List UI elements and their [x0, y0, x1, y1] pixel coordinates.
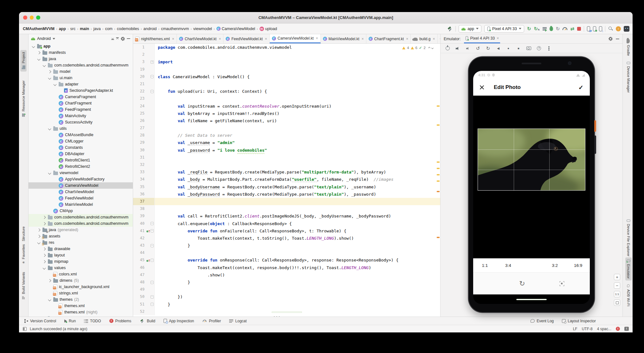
zoom-reset-button[interactable]: 1:1	[614, 291, 620, 297]
toolwindow-app-inspection[interactable]: App Inspection	[164, 319, 194, 323]
apply-changes-restart-button[interactable]: ⇄	[570, 26, 574, 31]
chevron-right-icon[interactable]	[37, 51, 40, 54]
phone-screen[interactable]: 4:31 Edit Photo ✓	[473, 71, 590, 304]
toolwindow-build[interactable]: Build	[139, 318, 155, 324]
minimize-window-button[interactable]	[30, 16, 34, 20]
chevron-right-icon[interactable]	[48, 70, 51, 73]
editor-tab[interactable]: CCameraViewModel.kt×	[270, 34, 321, 43]
tree-row[interactable]: CRetrofitClient2	[29, 163, 133, 170]
close-tab-icon[interactable]: ×	[316, 36, 318, 41]
breadcrumb-item[interactable]: cmauthenmvvm	[161, 27, 189, 31]
tree-row[interactable]: CMainViewModel	[29, 201, 133, 208]
tree-row[interactable]: manifests	[29, 49, 133, 56]
tree-row[interactable]: ui.main	[29, 75, 133, 81]
crop-frame-icon[interactable]	[559, 281, 564, 286]
tree-row[interactable]: com.codemobiles.android.cmauthenmvvm	[29, 214, 133, 220]
breadcrumb-item[interactable]: android	[144, 27, 157, 31]
device-select[interactable]: Pixel 4 API 33	[484, 25, 524, 33]
close-tab-icon[interactable]: ×	[433, 37, 435, 41]
tree-row[interactable]: utils	[29, 125, 133, 132]
tool-stripe-gradle[interactable]: Gradle	[625, 37, 632, 58]
chevron-down-icon[interactable]	[37, 57, 40, 60]
chevron-down-icon[interactable]	[42, 266, 46, 269]
tree-row[interactable]: viewmodel	[29, 170, 133, 176]
aspect-ratio-option[interactable]: 3:4	[497, 263, 520, 268]
tool-stripe-build-variants[interactable]: Build Variants	[20, 270, 27, 302]
zoom-out-button[interactable]: −	[614, 282, 620, 289]
chevron-down-icon[interactable]	[48, 298, 51, 301]
breadcrumb-item[interactable]: mupload	[260, 27, 277, 31]
close-window-button[interactable]	[23, 16, 27, 20]
volume-up-icon[interactable]	[456, 46, 460, 50]
fold-marker-icon[interactable]: −	[151, 75, 154, 78]
next-issue-icon[interactable]	[431, 47, 434, 49]
more-options-icon[interactable]	[548, 46, 550, 51]
cancel-crop-icon[interactable]	[480, 85, 484, 90]
tree-row[interactable]: CCMAssetBundle	[29, 132, 133, 138]
fold-marker-icon[interactable]: −	[151, 303, 154, 306]
tree-row[interactable]: colors.xml	[29, 271, 133, 277]
tree-row[interactable]: CConstants	[29, 144, 133, 151]
home-indicator[interactable]	[516, 299, 547, 300]
tree-row[interactable]: com.codemobiles.android.cmauthenmvvm	[29, 220, 133, 227]
run-configurations-icon[interactable]	[543, 27, 547, 31]
encoding-indicator[interactable]: UTF-8	[582, 327, 593, 331]
tree-row[interactable]: values	[29, 265, 133, 271]
indent-indicator[interactable]: 4 spac...	[597, 327, 611, 331]
editor-tab[interactable]: night/themes.xml×	[133, 34, 177, 43]
tool-stripe-adb-wifi[interactable]: ADB Wi-Fi	[625, 282, 632, 308]
screenshot-icon[interactable]	[526, 47, 531, 50]
tree-row[interactable]: CChartViewModel	[29, 189, 133, 195]
close-tab-icon[interactable]: ×	[172, 37, 174, 41]
zoom-in-button[interactable]: +	[614, 274, 620, 280]
breadcrumb-item[interactable]: src	[70, 27, 76, 31]
tree-row[interactable]: drawable	[29, 246, 133, 252]
breadcrumb-item[interactable]: viewmodel	[193, 27, 212, 31]
fold-marker-icon[interactable]: −	[151, 259, 154, 262]
line-ending-indicator[interactable]: LF	[573, 327, 577, 331]
chevron-right-icon[interactable]	[42, 247, 46, 250]
tree-row[interactable]: CRetrofitClient1	[29, 157, 133, 163]
tree-row[interactable]: adapter	[29, 81, 133, 87]
profiler-button[interactable]	[563, 27, 567, 30]
close-tab-icon[interactable]: ×	[219, 37, 221, 41]
search-everywhere-icon[interactable]	[608, 26, 613, 31]
tool-stripe-device-file-explorer[interactable]: Device File Explorer	[625, 217, 632, 258]
confirm-crop-icon[interactable]: ✓	[578, 84, 583, 91]
chevron-right-icon[interactable]	[48, 279, 51, 282]
power-icon[interactable]	[446, 46, 450, 50]
running-devices-icon[interactable]	[593, 26, 596, 31]
close-icon[interactable]: ×	[497, 36, 499, 41]
zoom-fit-button[interactable]	[614, 299, 620, 306]
toolwindow-todo[interactable]: TODO	[84, 319, 101, 323]
coverage-button[interactable]: ↻	[556, 26, 560, 31]
fold-marker-icon[interactable]: −	[151, 244, 154, 247]
chevron-down-icon[interactable]	[32, 45, 35, 48]
hide-panel-icon[interactable]	[616, 39, 619, 39]
chevron-down-icon[interactable]	[48, 127, 51, 130]
aspect-ratio-option[interactable]: 16:9	[566, 263, 590, 268]
chevron-right-icon[interactable]	[42, 222, 46, 225]
toolwindow-version-control[interactable]: Version Control	[24, 319, 56, 323]
tree-row[interactable]: assets	[29, 233, 133, 239]
close-tab-icon[interactable]: ×	[265, 37, 267, 41]
tips-icon[interactable]: !	[624, 327, 629, 331]
toolwindow-event-log[interactable]: Event Log	[531, 319, 554, 323]
inspections-widget[interactable]: 4 6 ✓2	[401, 45, 435, 50]
tree-row[interactable]: strings.xml	[29, 290, 133, 296]
breadcrumb-item[interactable]: codemobiles	[117, 27, 139, 31]
gear-icon[interactable]	[121, 37, 125, 41]
override-gutter-icon[interactable]	[146, 258, 150, 262]
volume-down-icon[interactable]	[466, 47, 469, 50]
fold-marker-icon[interactable]: −	[151, 90, 154, 93]
snapshots-icon[interactable]	[537, 46, 541, 50]
crop-canvas[interactable]	[473, 96, 590, 258]
chevron-down-icon[interactable]	[37, 241, 40, 244]
attach-debugger-icon[interactable]	[587, 26, 590, 31]
chevron-right-icon[interactable]	[37, 228, 40, 231]
avatar[interactable]	[624, 26, 629, 32]
tree-row[interactable]: CCameraViewModel	[29, 182, 133, 189]
tree-row[interactable]: CDBAdapter	[29, 151, 133, 157]
tool-stripe-emulator[interactable]: Emulator	[625, 257, 632, 281]
run-config-select[interactable]: app	[459, 25, 481, 33]
